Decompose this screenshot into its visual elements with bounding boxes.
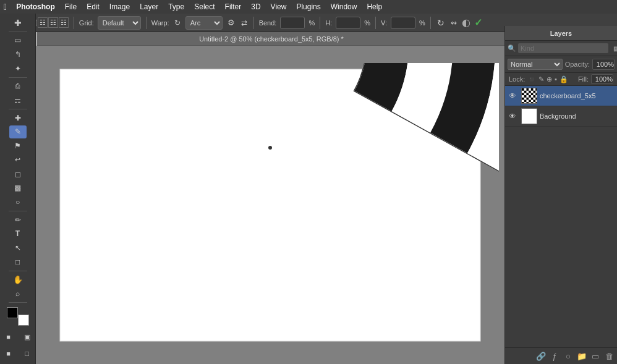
extra-tool-2[interactable]: □ [19, 345, 36, 362]
tool-sep-4 [9, 211, 27, 211]
menu-edit[interactable]: Edit [82, 1, 104, 12]
add-mask-btn[interactable]: ○ [563, 350, 574, 362]
layer-visibility-checkerboard[interactable]: 👁 [509, 91, 519, 100]
search-filter-buttons: ▩ ◑ T ■ ▭ [610, 43, 617, 53]
eraser-tool[interactable]: ◻ [9, 167, 27, 181]
fill-input[interactable] [591, 74, 613, 84]
delete-layer-btn[interactable]: 🗑 [603, 350, 615, 362]
zoom-tool[interactable]: ⌕ [9, 287, 27, 300]
h-input[interactable]: 0.0 [336, 17, 360, 29]
menu-3d[interactable]: 3D [247, 1, 265, 12]
menu-select[interactable]: Select [190, 1, 219, 12]
brush-tool[interactable]: ✎ [9, 125, 27, 139]
cancel-warp-button[interactable]: ◐ [462, 17, 470, 28]
warp-dropdown[interactable]: Arc [185, 16, 223, 30]
lock-position-icon[interactable]: ⊕ [547, 75, 552, 83]
add-style-btn[interactable]: ƒ [549, 350, 560, 362]
menu-window[interactable]: Window [326, 1, 362, 12]
lock-artboard-icon[interactable]: ▪ [555, 75, 557, 83]
dodge-tool[interactable]: ○ [9, 195, 27, 209]
extra-tool-1[interactable]: ■ [0, 345, 17, 362]
toolbar: ✚ ▭ ↰ ✦ ⎙ ⚎ ✚ ✎ ⚑ ↩ ◻ ▩ ○ ✏ T ↖ □ ✋ ⌕ ■ … [0, 14, 36, 364]
menu-photoshop[interactable]: Photoshop [12, 1, 59, 12]
shape-tool[interactable]: □ [9, 255, 27, 269]
lock-pixels-icon[interactable]: ✎ [538, 75, 544, 83]
warp-label: Warp: [151, 19, 169, 27]
foreground-color-swatch[interactable] [7, 307, 18, 318]
menu-help[interactable]: Help [362, 1, 386, 12]
flip-h-icon[interactable]: ↭ [449, 17, 458, 28]
bend-input[interactable]: 50.0 [280, 17, 305, 29]
tool-sep-6 [9, 302, 27, 303]
extra-tool-row: ■ □ [0, 345, 36, 362]
bend-label: Bend: [259, 19, 277, 27]
pen-tool[interactable]: ✏ [9, 213, 27, 227]
quick-mask-icon[interactable]: ■ [0, 329, 17, 345]
history-brush-tool[interactable]: ↩ [9, 153, 27, 167]
path-selection-tool[interactable]: ↖ [9, 241, 27, 255]
link-layers-btn[interactable]: 🔗 [535, 350, 547, 362]
layer-item-checkerboard[interactable]: 👁 checkerboard_5x5 [505, 86, 617, 106]
marquee-tool[interactable]: ▭ [9, 34, 27, 48]
layers-search-input[interactable] [518, 43, 608, 53]
grid-icon-3[interactable]: ☷ [59, 17, 69, 28]
menu-type[interactable]: Type [164, 1, 189, 12]
hand-tool[interactable]: ✋ [9, 273, 27, 287]
grid-icon-2[interactable]: ☷ [48, 17, 58, 28]
clone-stamp-tool[interactable]: ⚑ [9, 139, 27, 153]
canvas-area[interactable]: // We'll use inline JS to draw the fan (… [36, 46, 504, 364]
grid-label: Grid: [79, 19, 94, 27]
lock-label: Lock: [509, 75, 525, 83]
v-unit: % [419, 19, 425, 27]
layer-name-background: Background [540, 112, 576, 120]
color-swatches [7, 307, 29, 326]
confirm-warp-button[interactable]: ✓ [474, 17, 482, 28]
menu-view[interactable]: View [266, 1, 291, 12]
magic-wand-tool[interactable]: ✦ [9, 62, 27, 75]
filter-pixel-btn[interactable]: ▩ [610, 43, 617, 53]
menu-image[interactable]: Image [105, 1, 134, 12]
blend-mode-dropdown[interactable]: Normal [508, 59, 563, 70]
layers-search-row: 🔍 ▩ ◑ T ■ ▭ ⸻ [505, 41, 617, 56]
tool-sep-3 [9, 109, 27, 109]
panel-footer: 🔗 ƒ ○ 📁 ▭ 🗑 [505, 347, 617, 364]
document-title: Untitled-2 @ 50% (checkerboard_5x5, RGB/… [199, 35, 344, 43]
fill-label: Fill: [578, 75, 589, 83]
menu-filter[interactable]: Filter [221, 1, 246, 12]
lock-transparency-icon[interactable]: ◾ [527, 75, 536, 83]
v-input[interactable]: 0.0 [391, 17, 415, 29]
type-tool[interactable]: T [9, 227, 27, 241]
layer-item-background[interactable]: 👁 Background [505, 106, 617, 127]
layer-name-checkerboard: checkerboard_5x5 [540, 92, 596, 99]
apple-logo-icon[interactable]:  [4, 2, 7, 12]
lock-all-icon[interactable]: 🔒 [560, 75, 568, 83]
eyedropper-tool[interactable]: ⚎ [9, 93, 27, 107]
bend-unit: % [308, 19, 315, 27]
lasso-tool[interactable]: ↰ [9, 48, 27, 61]
background-color-swatch[interactable] [18, 315, 29, 326]
warp-settings-icon[interactable]: ⚙ [226, 17, 236, 28]
search-icon: 🔍 [508, 44, 516, 53]
heal-tool[interactable]: ✚ [9, 111, 27, 125]
svg-point-1 [268, 146, 272, 150]
tool-sep-2 [9, 77, 27, 78]
new-layer-btn[interactable]: ▭ [590, 350, 601, 362]
h-unit: % [364, 19, 370, 27]
warp-icon: ↻ [173, 17, 182, 28]
warp-swap-icon[interactable]: ⇄ [240, 17, 249, 28]
move-tool[interactable]: ✚ [9, 16, 27, 30]
crop-tool[interactable]: ⎙ [9, 80, 27, 93]
menu-layer[interactable]: Layer [135, 1, 163, 12]
grid-icon-1[interactable]: ☷ [38, 17, 48, 28]
layer-visibility-background[interactable]: 👁 [509, 112, 519, 121]
fan-canvas: // We'll use inline JS to draw the fan (… [41, 63, 499, 347]
new-group-btn[interactable]: 📁 [576, 350, 587, 362]
tool-sep-1 [9, 32, 27, 32]
menu-plugins[interactable]: Plugins [292, 1, 325, 12]
grid-dropdown[interactable]: Default [98, 16, 141, 30]
screen-mode-icon[interactable]: ▣ [19, 329, 36, 345]
menu-file[interactable]: File [61, 1, 81, 12]
reset-icon[interactable]: ↻ [436, 17, 446, 29]
opacity-input[interactable] [592, 59, 615, 70]
gradient-tool[interactable]: ▩ [9, 182, 27, 195]
